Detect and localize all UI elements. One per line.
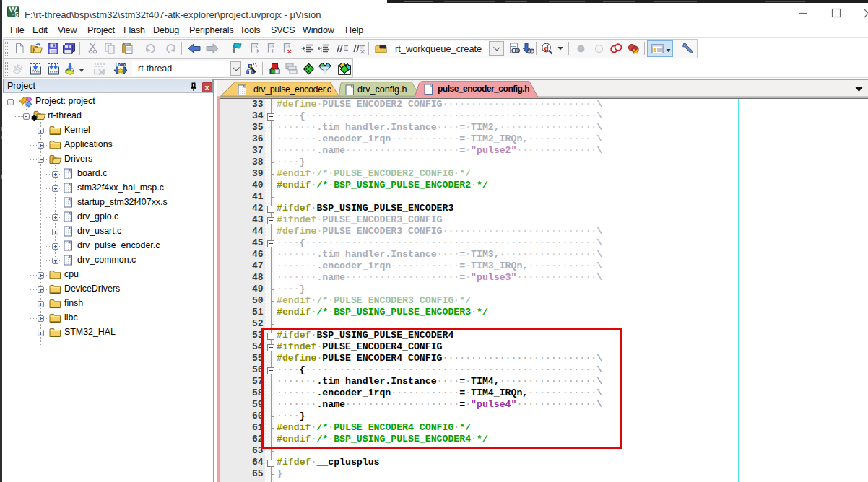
svg-text:5: 5 [14,11,18,17]
svg-text:d: d [544,43,548,51]
